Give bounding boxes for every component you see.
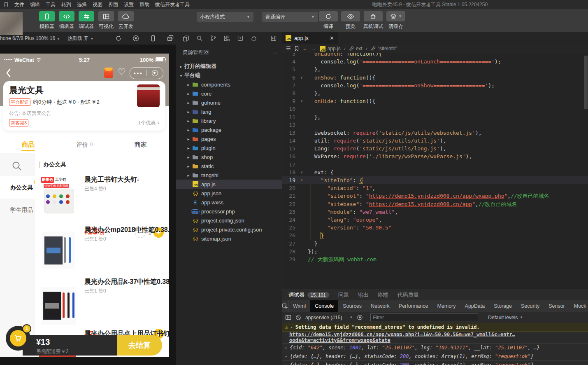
devtools-tab-Sources[interactable]: Sources [338,300,366,312]
outline-list-icon[interactable]: ☰ [286,45,291,51]
collapse-sidebar-icon[interactable] [270,35,277,42]
tree-section-平台端[interactable]: ▾平台端 [176,71,282,80]
tree-folder-tangshi[interactable]: ▸tangshi [176,171,282,180]
devtools-tab-Performance[interactable]: Performance [394,300,433,312]
tab-商家[interactable]: 商家 [112,136,169,153]
multi-window-icon[interactable] [167,35,174,42]
cloud-jar-icon[interactable] [251,35,257,42]
bug-button[interactable]: 真机调试 [363,11,383,30]
layout-button[interactable]: 可视化 [98,11,114,30]
tree-file-project.private.config.json[interactable]: {..}project.private.config.json [176,225,282,234]
debugger-tab-代码质量[interactable]: 代码质量 [397,291,419,299]
fold-arrow-icon[interactable]: ∨ [295,176,308,184]
menu-item[interactable]: 目 [1,0,12,9]
log-levels-dropdown[interactable]: Default levels▼ [488,315,523,321]
files-icon[interactable] [182,35,189,42]
context-dropdown[interactable]: appservice (#15)▼ [305,315,353,321]
tree-folder-gohome[interactable]: ▸gohome [176,98,282,107]
devtools-tab-Mock[interactable]: Mock [569,300,588,312]
editor-tab-appjs[interactable]: JS app.js ✕ [282,32,338,44]
cart-button[interactable]: 1 [6,326,30,351]
more-menu-icon[interactable]: ●●● [130,71,146,75]
extensions-icon[interactable] [223,35,230,42]
debugger-tab-终端[interactable]: 终端 [378,291,388,299]
git-branch-icon[interactable] [210,35,216,42]
tree-folder-core[interactable]: ▸core [176,89,282,98]
devtools-tab-Wxml[interactable]: Wxml [288,300,310,312]
menu-item[interactable]: 工具 [43,0,58,9]
mode-dropdown[interactable]: 小程序模式 ▼ [197,12,253,22]
menu-item[interactable]: 选择 [74,0,90,9]
tree-folder-lang[interactable]: ▸lang [176,107,282,116]
debugger-tab-输出[interactable]: 输出 [358,291,369,299]
tree-file-app.json[interactable]: {..}app.json [176,189,282,198]
tree-folder-plugin[interactable]: ▸plugin [176,143,282,152]
cloud-button[interactable]: 云开发 [118,11,134,30]
tree-folder-library[interactable]: ▸library [176,116,282,125]
console-filter-input[interactable] [370,314,478,321]
devtools-tab-Network[interactable]: Network [366,300,394,312]
editor-scrollbar[interactable] [584,56,588,109]
sliders-button[interactable]: 调试器 [79,11,94,30]
red-packet-icon[interactable] [104,68,113,78]
devtools-tab-Sensor[interactable]: Sensor [544,300,569,312]
close-minimize-icon[interactable] [147,70,163,76]
bookmark-icon[interactable] [294,46,299,51]
device-dropdown[interactable]: hone 6/7/8 Plus 100% 16▼ [0,35,60,41]
tree-file-project.config.json[interactable]: {..}project.config.json [176,216,282,225]
stop-icon[interactable] [132,35,139,42]
devtools-tab-Memory[interactable]: Memory [432,300,460,312]
breadcrumb-item[interactable]: JSapp.js [320,46,341,51]
menu-item[interactable]: 编辑 [27,0,43,9]
phone-frame-icon[interactable] [150,35,156,42]
menu-item[interactable]: 帮助 [137,0,152,9]
menu-item[interactable]: 转到 [58,0,74,9]
fold-arrow-icon[interactable]: ∨ [295,168,308,176]
refresh-button[interactable]: 编译 [319,11,338,30]
devtools-tab-Storage[interactable]: Storage [489,300,516,312]
devtools-tab-Console[interactable]: Console [310,300,338,312]
tree-folder-components[interactable]: ▸components [176,80,282,89]
more-actions-icon[interactable]: ··· [271,49,278,56]
breadcrumb-item[interactable]: "siteInfo" [371,46,397,51]
back-button[interactable] [5,68,12,78]
menu-item[interactable]: 视图 [90,0,105,9]
tree-folder-pages[interactable]: ▸pages [176,134,282,143]
tree-file-sitemap.json[interactable]: {..}sitemap.json [176,234,282,243]
restart-icon[interactable] [115,35,122,42]
tree-file-app.wxss[interactable]: Ξapp.wxss [176,198,282,207]
debugger-tab-问题[interactable]: 问题 [338,291,349,299]
tree-folder-static[interactable]: ▸static [176,161,282,171]
snippets-icon[interactable] [237,35,244,42]
menu-item[interactable]: 微信开发者工具 [152,0,193,9]
console-link[interactable]: https://demo15.ynjdzzd008.cn/app/wxapp.p… [289,332,588,343]
breadcrumb-item[interactable]: ext [349,46,363,51]
menu-item[interactable]: 界面 [105,0,121,9]
devtools-tab-Security[interactable]: Security [516,300,544,312]
tree-file-processor.php[interactable]: phpprocessor.php [176,207,282,216]
tree-file-app.js[interactable]: JSapp.js [176,180,282,189]
favorite-heart-icon[interactable]: ♡ [118,67,126,77]
tree-section-打开的编辑器[interactable]: ▸打开的编辑器 [176,62,282,71]
menu-item[interactable]: 设置 [121,0,137,9]
search-icon[interactable] [12,161,22,171]
debugger-tab-调试器[interactable]: 调试器15, 101 [288,291,329,299]
close-icon[interactable]: ✕ [330,35,334,41]
layers-button[interactable]: ▼清缓存 [386,11,405,30]
promo-expand[interactable]: 1个优惠∨ [138,119,160,126]
checkout-button[interactable]: 去结算 [117,335,162,356]
menu-item[interactable]: 文件 [12,0,27,9]
hot-reload-dropdown[interactable]: 热重载 开▼ [67,35,93,42]
fold-arrow-icon[interactable]: ∨ [295,74,308,82]
live-expression-icon[interactable] [357,314,363,321]
expand-caret-icon[interactable]: ▸ [285,354,287,358]
back-arrow-icon[interactable]: ← [302,45,308,51]
devtools-tab-AppData[interactable]: AppData [460,300,490,312]
eye-button[interactable]: 预览 [341,11,360,30]
expand-caret-icon[interactable]: ▸ [285,363,287,365]
phone-button[interactable]: 模拟器 [39,11,55,30]
tree-folder-package[interactable]: ▸package [176,125,282,134]
console-sidebar-icon[interactable] [285,314,291,321]
tab-评价[interactable]: 评价0 [56,136,113,153]
code-button[interactable]: 编辑器 [59,11,74,30]
